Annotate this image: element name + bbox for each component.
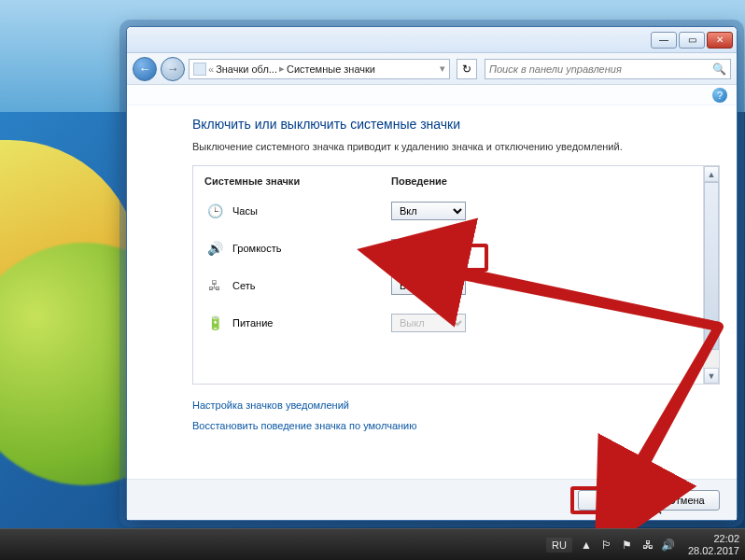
scroll-up-icon[interactable]: ▲ xyxy=(704,166,719,182)
link-restore-defaults[interactable]: Восстановить поведение значка по умолчан… xyxy=(192,420,720,431)
chevron-icon: « xyxy=(208,63,214,75)
crumb-2[interactable]: Системные значки xyxy=(287,63,375,75)
page-subtitle: Выключение системного значка приводит к … xyxy=(192,141,678,152)
system-tray: RU ▲ 🏳 ⚑ 🖧 🔊 22:02 28.02.2017 xyxy=(546,533,739,555)
clock-date: 28.02.2017 xyxy=(688,545,739,556)
row-power: 🔋 Питание Выкл xyxy=(204,304,692,342)
row-network: 🖧 Сеть Вкл xyxy=(204,267,692,304)
desktop: — ▭ ✕ ← → « Значки обл... ▸ Системные зн… xyxy=(0,0,745,560)
row-network-select[interactable]: Вкл xyxy=(391,276,466,295)
power-icon: 🔋 xyxy=(204,315,225,331)
scroll-down-icon[interactable]: ▼ xyxy=(704,368,719,384)
row-clock-label: Часы xyxy=(232,205,391,217)
scroll-thumb[interactable] xyxy=(704,182,719,350)
row-power-select: Выкл xyxy=(391,314,466,332)
volume-tray-icon[interactable]: 🔊 xyxy=(662,539,675,552)
taskbar-clock[interactable]: 22:02 28.02.2017 xyxy=(688,533,739,555)
control-panel-window: — ▭ ✕ ← → « Значки обл... ▸ Системные зн… xyxy=(126,26,738,521)
cancel-button[interactable]: Отмена xyxy=(653,490,720,511)
flag-icon[interactable]: 🏳 xyxy=(600,539,613,552)
navbar: ← → « Значки обл... ▸ Системные значки ▾… xyxy=(127,53,737,85)
search-icon: 🔍 xyxy=(712,63,726,76)
row-network-label: Сеть xyxy=(232,280,391,291)
taskbar[interactable]: RU ▲ 🏳 ⚑ 🖧 🔊 22:02 28.02.2017 xyxy=(0,528,745,560)
footer: ОК Отмена ↖ xyxy=(127,479,737,520)
clock-time: 22:02 xyxy=(688,533,739,544)
breadcrumb[interactable]: « Значки обл... ▸ Системные значки ▾ xyxy=(189,59,450,79)
tray-up-icon[interactable]: ▲ xyxy=(580,539,593,552)
col-system-icons: Системные значки xyxy=(204,175,391,187)
highlight-volume-select xyxy=(397,244,488,272)
volume-icon: 🔊 xyxy=(204,240,225,257)
panel-scrollbar[interactable]: ▲ ▼ xyxy=(703,166,719,384)
link-customize-icons[interactable]: Настройка значков уведомлений xyxy=(192,399,720,411)
minimize-button[interactable]: — xyxy=(651,32,677,49)
network-icon: 🖧 xyxy=(204,277,225,294)
page-title: Включить или выключить системные значки xyxy=(192,117,720,132)
content-area: Включить или выключить системные значки … xyxy=(127,105,737,479)
search-box[interactable]: 🔍 xyxy=(485,59,731,79)
help-bar: ? xyxy=(127,85,737,105)
icons-panel: Системные значки Поведение 🕒 Часы Вкл 🔊 … xyxy=(192,165,720,385)
crumb-1[interactable]: Значки обл... xyxy=(216,63,277,75)
maximize-button[interactable]: ▭ xyxy=(679,32,705,49)
network-tray-icon[interactable]: 🖧 xyxy=(641,539,654,552)
col-behavior: Поведение xyxy=(391,175,531,187)
close-button[interactable]: ✕ xyxy=(707,32,733,49)
column-headers: Системные значки Поведение xyxy=(204,175,692,187)
row-volume-label: Громкость xyxy=(232,243,391,254)
search-input[interactable] xyxy=(489,63,709,75)
help-button[interactable]: ? xyxy=(712,88,727,103)
row-power-label: Питание xyxy=(232,317,391,329)
action-center-icon[interactable]: ⚑ xyxy=(621,539,634,552)
row-clock: 🕒 Часы Вкл xyxy=(204,192,692,230)
titlebar: — ▭ ✕ xyxy=(127,27,737,53)
clock-icon: 🕒 xyxy=(204,203,225,219)
refresh-button[interactable]: ↻ xyxy=(457,59,477,79)
links: Настройка значков уведомлений Восстанови… xyxy=(192,399,720,431)
row-clock-select[interactable]: Вкл xyxy=(391,202,466,220)
computer-icon xyxy=(193,63,206,76)
dropdown-icon[interactable]: ▾ xyxy=(440,63,445,75)
back-button[interactable]: ← xyxy=(133,57,157,81)
forward-button[interactable]: → xyxy=(161,57,185,81)
language-indicator[interactable]: RU xyxy=(546,538,572,553)
chevron-icon: ▸ xyxy=(279,63,285,75)
highlight-ok-button xyxy=(570,486,649,514)
